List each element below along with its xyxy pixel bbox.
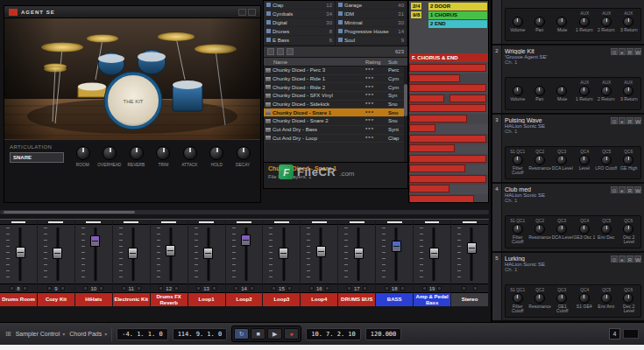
filter-item[interactable]: Drones8 <box>264 27 335 36</box>
plugin-knob-hold[interactable]: HOLD <box>205 146 229 198</box>
read-icon[interactable]: R <box>626 186 633 193</box>
audio-clip[interactable] <box>409 144 455 152</box>
fader-track[interactable] <box>357 228 360 281</box>
knob-dial[interactable] <box>556 155 567 165</box>
mute-button[interactable] <box>462 286 466 290</box>
filter-item[interactable]: Digital30 <box>264 18 335 27</box>
quick-control[interactable]: QC4GE3 Osc 1 <box>573 218 595 246</box>
solo-button[interactable] <box>212 286 216 290</box>
fader-handle[interactable] <box>166 245 175 256</box>
quick-control[interactable]: QC5Env Dec <box>596 218 618 246</box>
solo-button[interactable] <box>174 286 179 290</box>
knob-dial[interactable] <box>513 17 523 27</box>
filter-item[interactable]: E Bass6 <box>264 36 335 45</box>
plugin-knob-reverb[interactable]: REVERB <box>124 146 148 198</box>
quick-control[interactable]: QC5Env Amt <box>596 287 618 315</box>
bypass-icon[interactable]: ⊙ <box>611 256 618 262</box>
bypass-icon[interactable]: ⊙ <box>611 117 618 124</box>
quick-control[interactable]: QC2Resonance <box>528 218 550 246</box>
mute-button[interactable] <box>122 286 126 290</box>
filter-item[interactable]: Progressive House14 <box>336 27 407 36</box>
grid-icon[interactable]: ⊞ <box>5 330 11 338</box>
audio-clip[interactable] <box>409 84 486 92</box>
file-row[interactable]: Chunky Diced - Ride 2***Cym <box>264 83 407 92</box>
knob-dial[interactable] <box>513 224 523 234</box>
fader-handle[interactable] <box>128 248 138 259</box>
tab-sampler-control[interactable]: Sampler Control ▾ <box>16 331 66 337</box>
mute-button[interactable] <box>272 286 276 290</box>
time-signature[interactable]: 9/8 <box>411 11 421 18</box>
quick-control[interactable]: Mute <box>551 80 573 108</box>
write-icon[interactable]: W <box>634 186 641 193</box>
knob-dial[interactable] <box>601 86 612 96</box>
channel-name[interactable]: HiHats <box>75 292 112 306</box>
quick-control[interactable]: QC4S1 GE4 <box>573 287 595 315</box>
file-row[interactable]: Chunky Diced - Sidekick***Sno <box>264 101 407 109</box>
channel-name[interactable]: Cozy Kit <box>38 292 74 306</box>
write-icon[interactable]: W <box>634 48 641 55</box>
stop-button[interactable]: ■ <box>251 328 265 340</box>
fader-handle[interactable] <box>279 248 288 259</box>
quick-control[interactable]: QC3DCA Level <box>551 149 573 177</box>
fader-handle[interactable] <box>90 235 100 247</box>
knob-dial[interactable] <box>579 17 590 27</box>
knob-dial[interactable] <box>601 155 612 165</box>
file-list-scrollbar[interactable] <box>404 66 407 162</box>
knob-dial[interactable] <box>601 224 612 234</box>
bypass-icon[interactable]: ⊙ <box>611 48 618 55</box>
edit-icon[interactable]: e <box>619 186 626 193</box>
knob-dial[interactable] <box>534 86 545 96</box>
read-icon[interactable]: R <box>626 48 633 55</box>
fader-track[interactable] <box>282 228 285 281</box>
knob-dial[interactable] <box>513 86 523 96</box>
channel-name[interactable]: Drums FX Reverb <box>151 292 188 306</box>
audio-clip[interactable] <box>409 115 467 122</box>
channel-name[interactable]: DRUMS BUS <box>338 292 375 306</box>
scrollbar-thumb[interactable] <box>404 84 407 116</box>
channel-name[interactable]: Loop2 <box>226 292 263 306</box>
read-icon[interactable]: R <box>626 117 633 124</box>
quick-control[interactable]: AUX1 Return <box>573 80 595 108</box>
fader-handle[interactable] <box>241 234 251 246</box>
mute-button[interactable] <box>196 286 201 290</box>
cycle-marker[interactable]: 1 CHORUS <box>428 11 487 19</box>
file-row[interactable]: Cut And Dry - Bass***Synt <box>264 126 407 135</box>
mute-button[interactable] <box>385 286 389 290</box>
quick-control[interactable]: S1 QC1Filter Cutoff <box>506 287 528 315</box>
knob-dial[interactable] <box>556 17 567 27</box>
channel-name[interactable]: Loop1 <box>188 292 225 306</box>
audio-clip[interactable] <box>409 185 449 192</box>
column-name[interactable]: Name <box>264 60 365 65</box>
audio-clip[interactable] <box>409 155 486 163</box>
plugin-knob-attack[interactable]: ATTACK <box>178 146 202 198</box>
knob-dial[interactable] <box>556 224 567 234</box>
filter-icon[interactable] <box>267 48 274 55</box>
audio-clip[interactable] <box>409 164 465 172</box>
knob-dial[interactable] <box>534 17 545 27</box>
knob-dial[interactable] <box>601 17 612 27</box>
fader-track[interactable] <box>131 228 134 281</box>
mute-button[interactable] <box>83 286 88 290</box>
cycle-marker[interactable]: 2 DOOR <box>428 3 487 10</box>
mute-button[interactable] <box>159 286 163 290</box>
cycle-marker[interactable]: 2 END <box>428 20 487 28</box>
read-icon[interactable]: R <box>626 256 633 262</box>
audio-clip[interactable] <box>409 124 435 132</box>
fader-handle[interactable] <box>429 248 439 259</box>
file-row[interactable]: Chunky Diced - Snare 1***Sno <box>264 108 407 117</box>
file-row[interactable]: Chunky Diced - Ride 1***Cym <box>264 75 407 84</box>
quick-control[interactable]: QC2Resonance <box>528 149 550 177</box>
record-button[interactable]: ● <box>284 328 299 340</box>
channel-name[interactable]: Drums Room <box>0 292 37 306</box>
knob-dial[interactable] <box>534 224 545 234</box>
channel-name[interactable]: Loop4 <box>301 292 337 306</box>
quick-control[interactable]: AUX2 Return <box>596 80 618 108</box>
scrollbar-thumb[interactable] <box>4 211 135 214</box>
audio-clip[interactable] <box>409 94 444 102</box>
fader-track[interactable] <box>19 228 22 281</box>
filter-item[interactable]: Garage40 <box>336 1 407 10</box>
knob-dial[interactable] <box>579 86 590 96</box>
quick-control[interactable]: AUX3 Return <box>618 10 640 38</box>
fader-track[interactable] <box>207 228 209 281</box>
fader-track[interactable] <box>471 228 473 281</box>
